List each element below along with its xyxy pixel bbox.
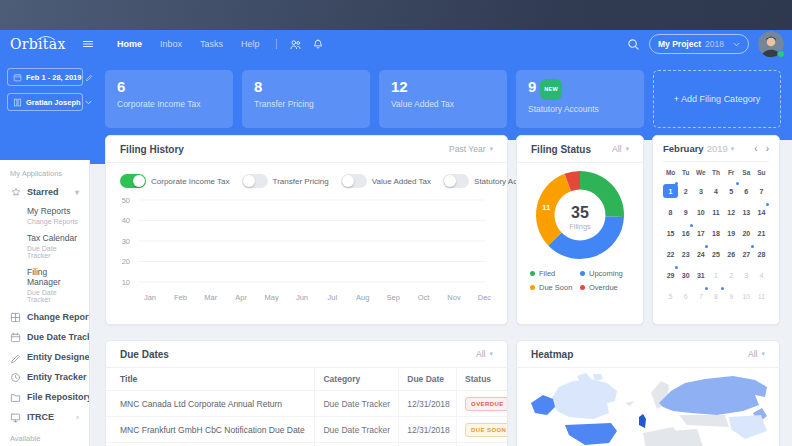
map-region-middle-east [671,429,703,446]
sidebar-item-entity-tracker[interactable]: Entity Tracker› [0,367,89,387]
calendar-day-27[interactable]: 27 [739,247,754,261]
sidebar-item-file-repository[interactable]: File Repository› [0,387,89,407]
calendar-next-button[interactable]: › [766,144,769,154]
y-tick-label: 20 [122,257,130,266]
nav-item-help[interactable]: Help [232,30,269,58]
sidebar-item-itrce[interactable]: ITRCE› [0,407,89,427]
calendar-day-23[interactable]: 23 [678,247,693,261]
summary-card-corporate-income-tax[interactable]: 6Corporate Income Tax [105,70,233,128]
calendar-day-28[interactable]: 28 [754,247,769,261]
sidebar-item-due-date-tracker[interactable]: Due Date Tracker› [0,327,89,347]
calendar-day-20[interactable]: 20 [739,226,754,240]
cell-category: Due Date Tracker [314,417,398,442]
summary-card-statutory-accounts[interactable]: 9NEWStatutory Accounts [516,70,644,128]
table-row[interactable]: MNC Frankfurt GmbH CbC Notification Due … [106,417,507,443]
calendar-day-10-muted[interactable]: 10 [739,289,754,303]
sidebar-item-starred[interactable]: Starred ▾ [0,182,89,202]
date-range-picker[interactable]: Feb 1 - 28, 2019 [7,68,83,86]
toggle-switch[interactable] [242,174,268,188]
starred-item-tax-calendar[interactable]: Tax CalendarDue Date Tracker [0,229,89,263]
heatmap-filter-dropdown[interactable]: All ▾ [748,349,765,359]
calendar-day-7[interactable]: 7 [754,184,769,198]
nav-item-inbox[interactable]: Inbox [151,30,191,58]
notifications-bell-icon[interactable] [312,38,324,51]
summary-card-transfer-pricing[interactable]: 8Transfer Pricing [242,70,370,128]
due-dates-filter-dropdown[interactable]: All ▾ [476,349,493,359]
calendar-day-7-muted[interactable]: 7 [693,289,708,303]
orbitax-logo[interactable]: Orbitax [10,36,62,52]
starred-item-my-reports[interactable]: My ReportsChange Reports [0,202,89,229]
calendar-day-31[interactable]: 31 [693,268,708,282]
calendar-day-25[interactable]: 25 [708,247,723,261]
summary-card-value-added-tax[interactable]: 12Value Added Tax [379,70,507,128]
calendar-day-4-muted[interactable]: 4 [754,268,769,282]
calendar-day-16[interactable]: 16 [678,226,693,240]
starred-item-filing-manager[interactable]: Filing ManagerDue Date Tracker [0,263,89,307]
chevron-down-icon: ▾ [489,350,493,358]
calendar-day-10[interactable]: 10 [693,205,708,219]
nav-item-home[interactable]: Home [108,30,151,58]
sidebar-item-change-reports[interactable]: Change Reports› [0,307,89,327]
calendar-day-29[interactable]: 29 [663,268,678,282]
calendar-day-30[interactable]: 30 [678,268,693,282]
avatar[interactable] [758,31,784,57]
x-tick-label: Nov [447,293,461,302]
calendar-day-1-muted[interactable]: 1 [708,268,723,282]
calendar-day-24[interactable]: 24 [693,247,708,261]
calendar-day-22[interactable]: 22 [663,247,678,261]
calendar-day-13[interactable]: 13 [739,205,754,219]
sidebar-item-entity-designer[interactable]: Entity Designer› [0,347,89,367]
calendar-day-19[interactable]: 19 [724,226,739,240]
calendar-day-2-muted[interactable]: 2 [724,268,739,282]
filing-history-filter-dropdown[interactable]: Past Year ▾ [449,144,493,154]
calendar-day-5-muted[interactable]: 5 [663,289,678,303]
calendar-prev-button[interactable]: ‹ [754,144,757,154]
due-dates-filter-value: All [476,349,485,359]
toggle-switch[interactable] [120,174,146,188]
calendar-day-11-muted[interactable]: 11 [754,289,769,303]
x-tick-label: Oct [418,293,431,302]
nav-item-tasks[interactable]: Tasks [191,30,232,58]
calendar-day-12[interactable]: 12 [724,205,739,219]
map-region-united-states [565,423,617,445]
calendar-day-17[interactable]: 17 [693,226,708,240]
toggle-transfer-pricing[interactable]: Transfer Pricing [242,174,329,188]
entity-selector[interactable]: Gratian Joseph [7,93,83,111]
calendar-day-3-muted[interactable]: 3 [739,268,754,282]
calendar-day-21[interactable]: 21 [754,226,769,240]
sidebar-item-label: Due Date Tracker [27,332,90,342]
table-row[interactable]: MNC Canada Ltd Corporate Annual ReturnDu… [106,391,507,417]
clock-icon [10,372,21,383]
chevron-down-icon[interactable]: ▾ [731,145,735,153]
calendar-day-9[interactable]: 9 [678,205,693,219]
calendar-day-14[interactable]: 14 [754,205,769,219]
summary-card-label: Corporate Income Tax [117,99,221,109]
calendar-day-8-muted[interactable]: 8 [708,289,723,303]
calendar-day-8[interactable]: 8 [663,205,678,219]
calendar-day-2[interactable]: 2 [678,184,693,198]
sidebar-item-label: Change Reports [27,312,90,322]
calendar-day-3[interactable]: 3 [693,184,708,198]
menu-icon[interactable] [82,38,94,50]
calendar-day-15[interactable]: 15 [663,226,678,240]
calendar-day-9-muted[interactable]: 9 [724,289,739,303]
folder-icon [10,392,21,403]
project-selector[interactable]: My Project 2018 [649,34,749,54]
calendar-day-5[interactable]: 5 [724,184,739,198]
calendar-day-6[interactable]: 6 [739,184,754,198]
users-icon[interactable] [289,38,302,51]
toggle-switch[interactable] [443,174,469,188]
calendar-day-6-muted[interactable]: 6 [678,289,693,303]
edit-pencil-icon[interactable] [85,73,93,81]
filing-status-filter-dropdown[interactable]: All ▾ [612,144,629,154]
toggle-switch[interactable] [341,174,367,188]
calendar-day-1[interactable]: 1 [663,184,678,198]
toggle-corporate-income-tax[interactable]: Corporate Income Tax [120,174,230,188]
search-icon[interactable] [627,38,640,51]
calendar-day-4[interactable]: 4 [708,184,723,198]
calendar-day-26[interactable]: 26 [724,247,739,261]
calendar-day-18[interactable]: 18 [708,226,723,240]
add-filing-category-button[interactable]: + Add Filing Category [653,70,781,128]
toggle-value-added-tax[interactable]: Value Added Tax [341,174,431,188]
calendar-day-11[interactable]: 11 [708,205,723,219]
